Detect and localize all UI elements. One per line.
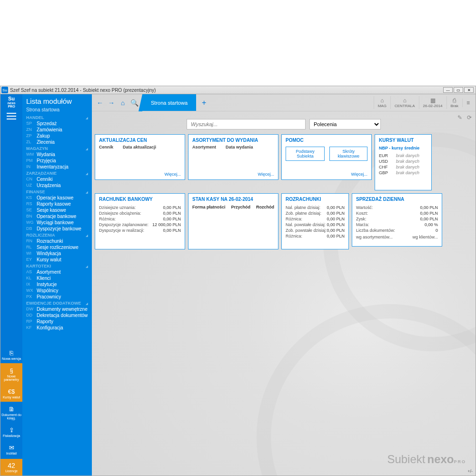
card-asortyment: ASORTYMENT DO WYDANIA AsortymentData wyd… <box>188 134 278 180</box>
sidebar-item[interactable]: IXInstytucje <box>22 281 92 288</box>
leftbar-item[interactable]: ⇪Fiskalizacja <box>0 423 22 440</box>
card-rachunek: RACHUNEK BANKOWY Dzisiejsze uznania:0,00… <box>95 193 185 249</box>
sidebar-section-header[interactable]: EWIDENCJE DODATKOWE <box>22 300 92 306</box>
window-title: Szef Szef na subiekt 21.02.2014 - Subiek… <box>10 88 443 93</box>
sidebar-item[interactable]: RNRozrachunki <box>22 238 92 244</box>
sidebar-item[interactable]: CNCenniki <box>22 176 92 182</box>
topbar-item[interactable]: ⌂MAG <box>374 96 390 109</box>
topbar-item[interactable]: ≡ <box>462 99 474 107</box>
leftbar-item[interactable]: §Nowe parametry <box>0 363 22 384</box>
brand-watermark: Subiekt nexoPRO <box>387 453 466 466</box>
card-aktualizacja: AKTUALIZACJA CEN CennikData aktualizacji… <box>95 134 185 180</box>
card-rozrachunki: ROZRACHUNKI Nal. płatne dzisiaj:0,00 PLN… <box>281 193 349 249</box>
sidebar-item[interactable]: RPRaporty <box>22 318 92 325</box>
topbar-item[interactable]: ⌂CENTRALA <box>390 96 419 109</box>
edit-icon[interactable]: ✎ <box>457 114 462 121</box>
link-wg-kl[interactable]: wg klientów... <box>412 235 438 239</box>
app-icon: Su <box>1 87 8 93</box>
sidebar-section-header[interactable]: ROZLICZENIA <box>22 232 92 238</box>
search-input[interactable] <box>187 119 306 129</box>
sidebar-start[interactable]: Strona startowa <box>22 106 92 114</box>
leftbar-item[interactable]: ✉InsMail <box>0 440 22 458</box>
add-tab-button[interactable]: + <box>196 94 212 111</box>
nav-back-icon[interactable]: ← <box>96 99 104 107</box>
sidebar-section-header[interactable]: FINANSE <box>22 188 92 195</box>
app-logo: SunexoPRO <box>0 94 22 110</box>
sidebar-item[interactable]: KSOperacje kasowe <box>22 195 92 201</box>
refresh-icon[interactable]: ⟳ <box>467 114 472 121</box>
search-select[interactable]: Polecenia <box>309 119 381 129</box>
minimize-button[interactable]: — <box>443 87 453 93</box>
left-toolbar: SunexoPRO ⎘Nowa wersja§Nowe parametry€$K… <box>0 94 22 476</box>
sidebar-item[interactable]: EYKursy walut <box>22 257 92 263</box>
sidebar-item[interactable]: DWDokumenty wewnętrzne <box>22 306 92 312</box>
more-link[interactable]: Więcej... <box>99 172 181 177</box>
sidebar-title: Lista modułów <box>22 94 92 106</box>
sidebar-item[interactable]: WGWyciągi bankowe <box>22 219 92 226</box>
nav-search-icon[interactable]: 🔍 <box>130 99 139 107</box>
nav-home-icon[interactable]: ⌂ <box>119 99 127 107</box>
sidebar-item[interactable]: RLSesje rozliczeniowe <box>22 244 92 250</box>
active-tab[interactable]: Strona startowa <box>142 94 196 111</box>
help-shortcuts-button[interactable]: Skróty klawiszowe <box>329 147 367 161</box>
menu-icon[interactable] <box>7 113 16 119</box>
sidebar-item[interactable]: DBDyspozycje bankowe <box>22 226 92 232</box>
sidebar-item[interactable]: PMPrzyjęcia <box>22 158 92 164</box>
zoom-toggle[interactable]: +/- <box>467 469 473 474</box>
sidebar-item[interactable]: RSRaporty kasowe <box>22 201 92 207</box>
close-button[interactable]: ✕ <box>464 87 474 93</box>
sidebar-item[interactable]: SESesje kasowe <box>22 207 92 213</box>
licence-tile[interactable]: 42 Licencje <box>0 459 22 476</box>
sidebar-item[interactable]: ZLZlecenia <box>22 139 92 145</box>
topbar-item[interactable]: ▦26-02-2014 <box>419 96 446 109</box>
link-wg-asort[interactable]: wg asortymentów... <box>356 235 393 239</box>
sidebar-item[interactable]: DDDekretacja dokumentów <box>22 312 92 318</box>
sidebar-item[interactable]: UZUrządzenia <box>22 182 92 188</box>
leftbar-item[interactable]: ⎘Nowa wersja <box>0 346 22 363</box>
maximize-button[interactable]: ▭ <box>454 87 463 93</box>
more-link[interactable]: Więcej... <box>192 172 274 177</box>
sidebar-section-header[interactable]: HANDEL <box>22 114 92 120</box>
topbar-item[interactable]: ⎙Brak <box>446 96 462 109</box>
card-sprzedaz: SPRZEDAŻ DZIENNA Wartość:0,00 PLNKoszt:0… <box>352 193 442 247</box>
sidebar-item[interactable]: SPSprzedaż <box>22 120 92 127</box>
card-pomoc: POMOC Podstawy Subiekta Skróty klawiszow… <box>281 134 372 180</box>
sidebar-item[interactable]: KLKlienci <box>22 275 92 281</box>
leftbar-item[interactable]: €$Kursy walut <box>0 384 22 402</box>
sidebar-item[interactable]: KFKonfiguracja <box>22 325 92 331</box>
sidebar-item[interactable]: WMWydania <box>22 151 92 158</box>
sidebar-item[interactable]: WIWindykacja <box>22 250 92 257</box>
sidebar-section-header[interactable]: MAGAZYN <box>22 145 92 151</box>
module-sidebar: Lista modułów Strona startowa HANDELSPSp… <box>22 94 92 476</box>
sidebar-item[interactable]: ASAsortyment <box>22 269 92 275</box>
card-stan-kasy: STAN KASY NA 26-02-2014 Forma płatnościP… <box>188 193 278 249</box>
sidebar-section-header[interactable]: ZARZĄDZANIE <box>22 170 92 176</box>
sidebar-item[interactable]: WXWspólnicy <box>22 288 92 294</box>
card-kursy: KURSY WALUT NBP - kursy średnie EURbrak … <box>375 134 432 190</box>
topbar: ← → ⌂ 🔍 Strona startowa + ⌂MAG⌂CENTRALA▦… <box>92 94 476 111</box>
sidebar-item[interactable]: PXPracownicy <box>22 294 92 300</box>
leftbar-item[interactable]: 🗎Dokument do księg. <box>0 402 22 423</box>
sidebar-item[interactable]: ZPZakup <box>22 133 92 139</box>
sidebar-section-header[interactable]: KARTOTEKI <box>22 263 92 269</box>
more-link[interactable]: Więcej... <box>286 172 367 177</box>
sidebar-item[interactable]: BNOperacje bankowe <box>22 213 92 219</box>
titlebar: Su Szef Szef na subiekt 21.02.2014 - Sub… <box>0 86 476 94</box>
sidebar-item[interactable]: ZNZamówienia <box>22 127 92 133</box>
sidebar-item[interactable]: INInwentaryzacja <box>22 164 92 170</box>
nav-forward-icon[interactable]: → <box>107 99 116 107</box>
help-basics-button[interactable]: Podstawy Subiekta <box>286 147 325 161</box>
